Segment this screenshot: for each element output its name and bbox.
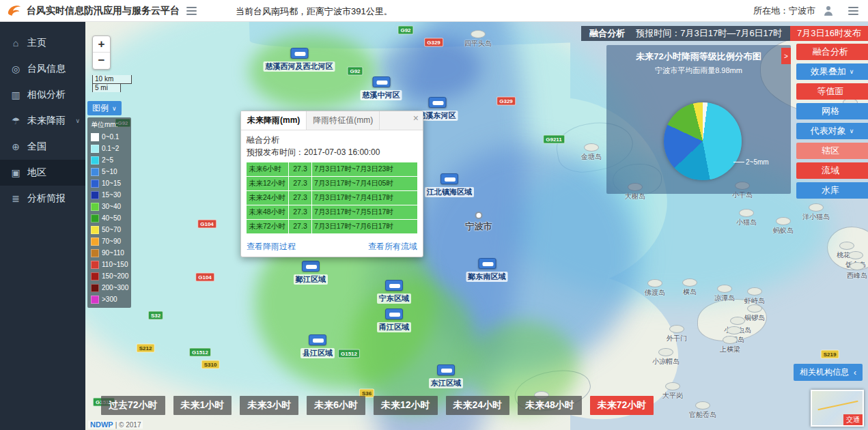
- layer-control-label: 辖区: [822, 145, 839, 157]
- city-label: 宁波市: [466, 212, 492, 233]
- layer-control-button[interactable]: 水库: [796, 182, 868, 199]
- close-icon[interactable]: ×: [413, 113, 419, 123]
- time-range-button[interactable]: 未来1小时: [173, 396, 232, 415]
- list-menu-icon[interactable]: [848, 5, 858, 17]
- basin-marker[interactable]: 江北镇海区域: [425, 173, 474, 197]
- layer-control-button[interactable]: 网格: [796, 103, 868, 119]
- map-copyright: NDWP | © 2017: [88, 420, 143, 429]
- rainfall-popup: 未来降雨(mm) 降雨特征值(mm) × 融合分析 预报发布时间：2017-07…: [240, 111, 423, 257]
- island-label: 铜锣岛: [744, 304, 765, 323]
- sidebar-item-label: 分析简报: [27, 192, 66, 205]
- legend-range-label: 50~70: [102, 226, 121, 233]
- layer-control-label: 水库: [822, 184, 839, 197]
- sidebar-item[interactable]: 台风信息: [0, 56, 85, 82]
- view-rain-process-link[interactable]: 查看降雨过程: [247, 241, 296, 253]
- legend-row: 2~5: [91, 154, 128, 166]
- island-label: 洋小猫岛: [802, 203, 830, 222]
- basin-marker[interactable]: 甬江区域: [377, 309, 411, 332]
- road-shield: G329: [496, 97, 516, 106]
- legend-color-swatch: [91, 226, 99, 234]
- sidebar-item[interactable]: 主页: [0, 30, 85, 56]
- view-all-basins-link[interactable]: 查看所有流域: [368, 241, 417, 253]
- legend-toggle-button[interactable]: 图例 ∨: [87, 101, 122, 115]
- copyright-brand: NDWP: [90, 420, 113, 429]
- zoom-in-button[interactable]: +: [93, 36, 110, 53]
- row-time-range: 7月3日17时~7月6日17时: [312, 220, 417, 233]
- basin-marker[interactable]: 县江区域: [300, 334, 335, 358]
- island-shape: [697, 299, 767, 341]
- panel-collapse-button[interactable]: >: [781, 48, 791, 64]
- legend-row: 15~30: [91, 189, 128, 201]
- analysis-icon: [10, 89, 22, 100]
- legend-color-swatch: [91, 261, 99, 269]
- layer-control-button[interactable]: 等值面: [796, 83, 868, 100]
- island-label: 蚂蚁岛: [773, 217, 794, 235]
- legend-row: 200~300: [91, 282, 128, 293]
- time-range-button[interactable]: 未来24小时: [446, 396, 510, 415]
- layer-control-button[interactable]: 代表对象 ∨: [796, 123, 868, 139]
- row-period: 未来12小时: [247, 177, 289, 190]
- layer-control-label: 效果叠加: [811, 66, 846, 78]
- island-label: 外干门: [667, 325, 687, 343]
- basin-marker[interactable]: 东江区域: [429, 364, 463, 388]
- layer-control-button[interactable]: 流域: [796, 162, 868, 179]
- user-icon[interactable]: [824, 6, 833, 16]
- layer-control-button[interactable]: 效果叠加 ∨: [796, 63, 868, 80]
- app-logo-icon: [7, 3, 22, 18]
- island-label: 桃花岛: [837, 242, 857, 260]
- legend-range-label: 0~0.1: [102, 133, 119, 141]
- legend-row: 90~110: [91, 247, 128, 259]
- basin-marker[interactable]: 慈溪西河及西北河区: [264, 48, 335, 72]
- basin-marker[interactable]: 鄞东南区域: [466, 258, 508, 282]
- sidebar-item[interactable]: 未来降雨 ∨: [0, 108, 85, 134]
- sidebar: 主页 台风信息 相似分析 未来降雨 ∨ 全: [0, 22, 85, 430]
- legend-color-swatch: [91, 214, 99, 223]
- basin-marker[interactable]: 慈溪中河区: [361, 76, 402, 100]
- rainfall-overlay: [249, 34, 376, 109]
- sidebar-item[interactable]: 相似分析: [0, 82, 85, 108]
- road-shield: S219: [821, 350, 839, 359]
- popup-tab[interactable]: 未来降雨(mm): [241, 111, 307, 130]
- legend-color-swatch: [91, 156, 99, 164]
- row-value: 27.3: [289, 191, 312, 205]
- legend-row: 40~50: [91, 212, 128, 224]
- header-menu-icon[interactable]: [186, 5, 197, 17]
- time-range-button[interactable]: 未来3小时: [240, 396, 298, 415]
- header: 台风实时信息防汛应用与服务云平台 当前台风南玛都，距离宁波市391公里。 所在地…: [0, 0, 868, 22]
- layer-control-button[interactable]: 辖区: [796, 143, 868, 159]
- basin-marker[interactable]: 鄞江区域: [294, 261, 328, 285]
- road-shield: G92: [347, 67, 363, 76]
- layer-control-button[interactable]: 融合分析: [796, 44, 868, 60]
- chevron-down-icon: ∨: [850, 68, 854, 75]
- road-shield: S212: [137, 344, 155, 353]
- vehicle-marker-icon: [440, 173, 458, 184]
- rain-icon: [10, 115, 22, 126]
- map-canvas[interactable]: G92 G92 G92 G329 G329 G9211 G104 G104 S3…: [85, 22, 868, 430]
- legend-range-label: 90~110: [102, 249, 124, 257]
- time-range-button[interactable]: 未来12小时: [374, 396, 438, 415]
- basin-marker[interactable]: 宁东区域: [377, 280, 411, 304]
- sidebar-item[interactable]: 分析简报: [0, 186, 85, 212]
- row-period: 未来6小时: [247, 162, 289, 176]
- legend-color-swatch: [91, 238, 99, 246]
- popup-tab[interactable]: 降雨特征值(mm): [307, 111, 380, 130]
- location-selector[interactable]: 所在地：宁波市: [753, 5, 815, 17]
- chevron-down-icon: ∨: [112, 105, 117, 112]
- island-label: 凉潭岛: [714, 285, 735, 303]
- time-range-button[interactable]: 过去72小时: [101, 396, 165, 415]
- vehicle-marker-icon: [478, 258, 496, 269]
- time-range-button[interactable]: 未来6小时: [307, 396, 365, 415]
- legend-unit-label: 单位mm:: [91, 120, 128, 130]
- sidebar-item[interactable]: 全国: [0, 134, 85, 160]
- sidebar-item[interactable]: 地区: [0, 160, 85, 186]
- legend-row: 10~15: [91, 177, 128, 189]
- row-period: 未来72小时: [247, 220, 289, 233]
- zoom-out-button[interactable]: −: [93, 53, 110, 69]
- traffic-mini-map[interactable]: 交通: [811, 390, 864, 427]
- org-info-button[interactable]: 相关机构信息 ‹: [794, 364, 863, 381]
- traffic-label: 交通: [843, 414, 863, 425]
- time-range-button[interactable]: 未来72小时: [590, 396, 654, 415]
- rainfall-table-row: 未来12小时 27.3 7月3日17时~7月4日05时: [247, 177, 417, 191]
- time-range-button[interactable]: 未来48小时: [518, 396, 582, 415]
- island-label: 小猫岛: [736, 209, 757, 227]
